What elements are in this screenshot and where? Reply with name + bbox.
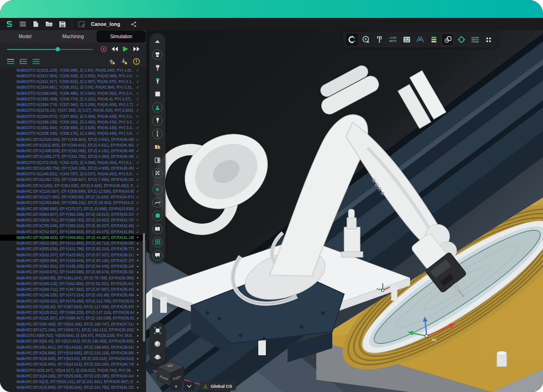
gcode-row[interactable]: MultiARC:EP.X(1458.758), EP.Y(343.105), … [0,165,146,171]
gcode-row[interactable]: MultiGOTO:X(1604.681), Y(336.201), Z(-3.… [0,85,146,90]
app-logo[interactable] [4,19,15,29]
gcode-row[interactable]: MultiARC:EP.X(1525.069), EP.Y(339.804), … [0,137,146,142]
gcode-row[interactable]: MultiGOTO:X(1558.238), Y(338.254), Z(-3.… [0,119,146,125]
gcode-row[interactable]: MultiGOTO:X(1611.317), Y(335.919), Z(-2.… [0,79,146,85]
document-tab-icon[interactable]: 2 [76,19,87,29]
gcode-row[interactable]: MultiARC:EP.X(25.945), EP.Y(524.619), EP… [0,362,146,368]
notebook-icon[interactable] [152,223,163,234]
sphere-view-icon[interactable] [152,338,163,349]
gcode-row[interactable]: MultiARC:EP.X(795.648), EP.Y(393.184), E… [0,223,146,229]
gcode-row[interactable]: MultiARC:EP.X(24.196), EP.Y(525.555), EP… [0,373,146,379]
compact-list-icon[interactable] [32,57,40,65]
3d-viewport[interactable]: KUKA [146,30,543,392]
pattern-icon[interactable] [152,168,163,179]
tool-preset-label[interactable]: +1GD M2T2 [387,33,399,46]
open-file-icon[interactable] [43,19,55,29]
gcode-row[interactable]: MultiARC:EP.X(168.32), EP.Y(487.563), EP… [0,304,146,310]
follow-current-line-icon[interactable] [19,57,27,65]
gcode-row[interactable]: MultiARC:EP.X(72.194), EP.Y(508.71), EP.… [0,327,146,333]
gcode-row[interactable]: MultiARC:EP.X(1127.055), EP.Y(363.59), E… [0,195,146,200]
gcode-row[interactable]: MultiARC:EP.X(1511.803), EP.Y(340.442), … [0,142,146,148]
save-icon[interactable] [57,19,68,29]
gcode-row[interactable]: MultiARC:EP.X(1193.507), EP.Y(358.899), … [0,188,146,194]
document-title[interactable]: Canoe_long [91,21,120,27]
fast-forward-icon[interactable] [132,45,140,53]
tab-machining[interactable]: Machining [49,31,97,42]
gcode-row[interactable]: MultiARC:EP.X(688.603), EP.Y(404.882), E… [0,235,146,240]
gcode-row[interactable]: MultiGOTO:X(1598.045), Y(336.486), Z(-3.… [0,90,146,96]
align-list-icon[interactable] [6,57,15,65]
gcode-row[interactable]: MultiARC:EP.X(55.43), EP.Y(513.423), EP.… [0,339,146,344]
fit-view-icon[interactable] [152,325,163,336]
play-icon[interactable] [121,45,130,53]
settings-sliders-icon[interactable] [469,33,481,46]
gcode-row[interactable]: MultiARC:EP.X(115.307), EP.Y(498.467), E… [0,316,146,321]
share-icon[interactable] [128,19,139,29]
curve-icon[interactable] [152,197,163,208]
controller-icon[interactable] [401,33,412,46]
gcode-row[interactable]: MultiGOTO:X(68.702), Y(509.664), Z(-184.… [0,333,146,339]
gcode-row[interactable]: MultiARC:EP.X(904.807), EP.Y(382.209), E… [0,212,146,217]
gcode-row[interactable]: MultiARC:EP.X(209.332), EP.Y(479.466), E… [0,298,146,304]
gcode-row[interactable]: MultiARC:EP.X(532.207), EP.Y(425.062), E… [0,252,146,258]
cs-dropdown-button[interactable] [184,382,195,391]
gcode-row[interactable]: MultiGOTO:X(1538.336), Y(339.176), Z(-3.… [0,131,146,137]
spindle-icon[interactable] [152,62,163,73]
wireframe-icon[interactable] [414,33,426,46]
gcode-row[interactable]: MultiGOTO:X(1551.604), Y(338.559), Z(-3.… [0,125,146,131]
gcode-row[interactable]: MultiARC:EP.X(742.097), EP.Y(398.833), E… [0,229,146,235]
gcode-row[interactable]: MultiARC:EP.X(125.812), EP.Y(496.235), E… [0,310,146,316]
warnings-icon[interactable] [132,57,140,65]
gcode-row[interactable]: MultiARC:EP.X(500.984), EP.Y(429.449), E… [0,258,146,263]
robot-visibility-icon[interactable] [152,49,163,60]
gcode-row[interactable]: MultiGOTO:X(1617.954), Y(335.639), Z(-2.… [0,73,146,79]
workpiece-frame-icon[interactable] [442,33,453,46]
collapse-up-icon[interactable] [152,36,163,47]
positioner-icon[interactable] [360,33,371,46]
frame-icon[interactable] [152,155,163,165]
tool-icon[interactable] [152,75,163,86]
gcode-row[interactable]: MultiARC:EP.X(462.001), EP.Y(435.205), E… [0,264,146,270]
machine-icon[interactable] [346,33,358,46]
grid-dots-icon[interactable] [483,33,494,46]
program-list-scrollbar[interactable] [143,67,145,392]
caliper-icon[interactable] [373,33,385,46]
gcode-row[interactable]: MultiGOTO:X(1578.14), Y(337.358), Z(-3.2… [0,108,146,114]
surface-icon[interactable] [152,210,163,221]
gcode-row[interactable]: MultiGOTO:X(1445.501), Y(343.797), Z(-5.… [0,172,146,177]
gcode-row[interactable]: MultiARC:EP.X(36.898), EP.Y(519.835), EP… [0,350,146,356]
cutter-icon[interactable] [152,115,163,126]
gcode-row[interactable]: MultiARC:EP.X(1485.277), EP.Y(341.752), … [0,154,146,160]
simulation-progress-slider[interactable] [7,47,93,51]
tab-model[interactable]: Model [1,31,49,42]
gcode-row[interactable]: MultiARC:EP.X(1352.726), EP.Y(348.927), … [0,177,146,183]
machine-parts-icon[interactable] [152,102,163,113]
rewind-icon[interactable] [110,45,119,53]
stop-record-icon[interactable] [99,45,108,53]
gcode-program-list[interactable]: MultiGOTO:X(1631.228), Y(335.088), Z(-2.… [0,67,146,392]
gcode-row[interactable]: MultiARC:EP.X(1053.994), EP.Y(369.182), … [0,200,146,206]
gcode-row[interactable]: MultiGOTO:X(25.347), Y(524.917), Z(-229.… [0,368,146,373]
menu-icon[interactable] [17,19,28,29]
jump-next-issue-icon[interactable] [120,57,128,65]
jump-previous-issue-icon[interactable] [107,57,116,65]
new-file-icon[interactable] [30,19,41,29]
gcode-row[interactable]: MultiGOTO:X(1591.409), Y(336.774), Z(-3.… [0,96,146,102]
gcode-row[interactable]: MultiARC:EP.X(360.85), EP.Y(451.244), EP… [0,275,146,281]
add-cs-button[interactable]: + [171,382,181,391]
gcode-row[interactable]: MultiARC:EP.X(15.566), EP.Y(530.244), EP… [0,385,146,391]
gcode-row[interactable]: MultiGOTO:X(1472.016), Y(342.423), Z(-4.… [0,160,146,165]
layers-icon[interactable] [428,33,440,46]
gcode-row[interactable]: MultiARC:EP.X(828.701), EP.Y(389.783), E… [0,218,146,223]
gcode-row[interactable]: MultiARC:EP.X(1498.539), EP.Y(341.092), … [0,148,146,154]
slider-handle[interactable] [56,47,60,51]
gcode-row[interactable]: MultiARC:EP.X(51.641), EP.Y(514.615), EP… [0,344,146,350]
table-grid-icon[interactable] [152,237,163,247]
probe-icon[interactable] [152,128,163,139]
gcode-row[interactable]: MultiARC:EP.X(246.235), EP.Y(472.214), E… [0,293,146,298]
fixture-icon[interactable] [152,141,163,152]
stock-icon[interactable] [152,89,163,99]
gcode-row[interactable]: MultiARC:EP.X(23), EP.Y(526.131), EP.Z(-… [0,379,146,385]
gcode-row[interactable]: MultiGOTO:X(1631.228), Y(335.088), Z(-2.… [0,67,146,73]
target-icon[interactable] [455,33,467,46]
